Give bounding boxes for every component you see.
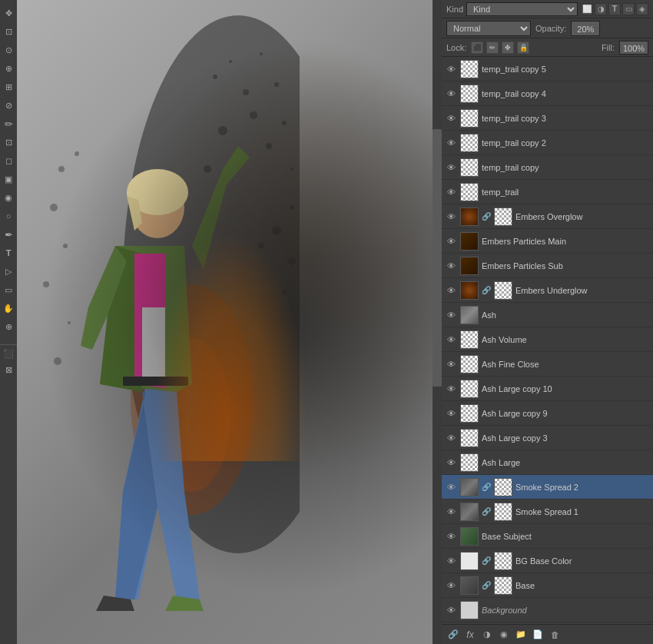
brush-tool[interactable]: ✏ [2,117,15,131]
eye-visibility-icon[interactable]: 👁 [445,211,457,223]
eyedrop-tool[interactable]: ⊘ [2,98,15,112]
eraser-tool[interactable]: ◻ [2,154,15,168]
left-toolbar: ✥ ⊡ ⊙ ⊕ ⊞ ⊘ ✏ ⊡ ◻ ▣ ◉ ○ ✒ T ▷ ▭ ✋ ⊕ ⬛ ⊠ [0,0,17,644]
layer-row[interactable]: 👁temp_trail copy [442,155,653,180]
kind-label: Kind [446,5,463,14]
fg-bg-color[interactable]: ⊠ [2,363,15,377]
layer-thumbnail [460,330,479,349]
opacity-value[interactable]: 20% [571,21,600,36]
magic-wand-tool[interactable]: ⊕ [2,61,15,75]
fx-icon[interactable]: fx [463,628,477,642]
layer-row[interactable]: 👁Ash Large copy 10 [442,377,653,401]
opacity-label: Opacity: [535,24,566,33]
shape-tool[interactable]: ▭ [2,283,15,297]
lasso-tool[interactable]: ⊙ [2,43,15,57]
eye-visibility-icon[interactable]: 👁 [445,555,457,567]
hand-tool[interactable]: ✋ [2,301,15,315]
layers-list: 👁temp_trail copy 5👁temp_trail copy 4👁tem… [442,57,653,624]
eye-visibility-icon[interactable]: 👁 [445,358,457,370]
layer-row[interactable]: 👁Embers Particles Main [442,229,653,254]
new-layer-icon[interactable]: 📄 [531,628,545,642]
gradient-tool[interactable]: ▣ [2,172,15,186]
layer-row[interactable]: 👁🔗Embers Overglow [442,204,653,229]
layer-name: temp_trail copy 5 [482,65,650,74]
canvas-scrollbar[interactable] [433,0,442,644]
marquee-tool[interactable]: ⊡ [2,25,15,38]
layer-name: Smoke Spread 2 [515,483,650,492]
kind-select[interactable]: Kind [466,2,578,16]
layer-row[interactable]: 👁🔗BG Base Color [442,549,653,573]
layer-row[interactable]: 👁🔗Smoke Spread 2 [442,475,653,500]
crop-tool[interactable]: ⊞ [2,80,15,94]
stamp-tool[interactable]: ⊡ [2,135,15,149]
eye-visibility-icon[interactable]: 👁 [445,284,457,297]
eye-visibility-icon[interactable]: 👁 [445,456,457,469]
eye-visibility-icon[interactable]: 👁 [445,235,457,247]
blur-tool[interactable]: ◉ [2,191,15,204]
eye-visibility-icon[interactable]: 👁 [445,506,457,518]
pen-tool[interactable]: ✒ [2,227,15,241]
eye-visibility-icon[interactable]: 👁 [445,137,457,149]
lock-position-btn[interactable]: ✏ [486,41,499,54]
layer-row[interactable]: 👁temp_trail copy 4 [442,81,653,106]
layer-row[interactable]: 👁Ash [442,303,653,327]
lock-pixels-btn[interactable]: ⬛ [471,41,483,54]
eye-visibility-icon[interactable]: 👁 [445,407,457,420]
zoom-tool[interactable]: ⊕ [2,320,15,334]
group-icon[interactable]: 📁 [514,628,528,642]
layer-row[interactable]: 👁Base Subject [442,524,653,549]
layer-row[interactable]: 👁temp_trail copy 3 [442,106,653,131]
adjustment-layer-icon[interactable]: ◉ [497,628,511,642]
shape-filter-icon[interactable]: ▭ [622,3,635,15]
layer-row[interactable]: 👁🔗Smoke Spread 1 [442,500,653,524]
eye-visibility-icon[interactable]: 👁 [445,88,457,100]
eye-visibility-icon[interactable]: 👁 [445,481,457,493]
eye-visibility-icon[interactable]: 👁 [445,334,457,346]
eye-visibility-icon[interactable]: 👁 [445,186,457,198]
layer-row[interactable]: 👁temp_trail copy 5 [442,57,653,81]
layer-row[interactable]: 👁temp_trail copy 2 [442,131,653,155]
adjustment-tool[interactable]: ⬛ [0,344,17,358]
layer-row[interactable]: 👁Ash Volume [442,327,653,352]
eye-visibility-icon[interactable]: 👁 [445,530,457,543]
chain-icon: 🔗 [482,212,491,221]
eye-visibility-icon[interactable]: 👁 [445,579,457,592]
type-filter-icon[interactable]: T [608,3,621,15]
layer-thumbnail [460,306,479,324]
path-tool[interactable]: ▷ [2,264,15,278]
layer-row[interactable]: 👁🔗Base [442,573,653,598]
eye-visibility-icon[interactable]: 👁 [445,309,457,321]
eye-visibility-icon[interactable]: 👁 [445,112,457,124]
layer-row[interactable]: 👁Ash Fine Close [442,352,653,377]
layer-row[interactable]: 👁Ash Large [442,450,653,475]
mask-icon[interactable]: ◑ [480,628,494,642]
canvas-scrollbar-thumb[interactable] [433,129,442,387]
delete-icon[interactable]: 🗑 [548,628,562,642]
layer-thumbnail [460,429,479,447]
move-tool[interactable]: ✥ [2,6,15,20]
layer-row[interactable]: 👁temp_trail [442,180,653,204]
lock-all-btn[interactable]: 🔒 [517,41,529,54]
layer-row[interactable]: 👁Embers Particles Sub [442,254,653,278]
eye-visibility-icon[interactable]: 👁 [445,604,457,616]
fill-value[interactable]: 100% [619,41,648,55]
eye-visibility-icon[interactable]: 👁 [445,432,457,444]
eye-visibility-icon[interactable]: 👁 [445,260,457,272]
eye-visibility-icon[interactable]: 👁 [445,161,457,174]
blend-row: Normal Opacity: 20% [442,18,653,38]
smart-filter-icon[interactable]: ◈ [636,3,648,15]
layer-row[interactable]: 👁🔗Embers Underglow [442,278,653,303]
adjustment-filter-icon[interactable]: ◑ [595,3,607,15]
pixel-filter-icon[interactable]: ⬜ [581,3,593,15]
dodge-tool[interactable]: ○ [2,209,15,223]
layer-row[interactable]: 👁Ash Large copy 3 [442,426,653,450]
type-tool[interactable]: T [2,246,15,260]
layer-row[interactable]: 👁Background [442,598,653,622]
eye-visibility-icon[interactable]: 👁 [445,63,457,75]
blend-mode-select[interactable]: Normal [446,21,531,36]
lock-move-btn[interactable]: ✥ [502,41,514,54]
eye-visibility-icon[interactable]: 👁 [445,383,457,395]
link-icon[interactable]: 🔗 [446,628,460,642]
layer-thumbnail [460,257,479,275]
layer-row[interactable]: 👁Ash Large copy 9 [442,401,653,426]
